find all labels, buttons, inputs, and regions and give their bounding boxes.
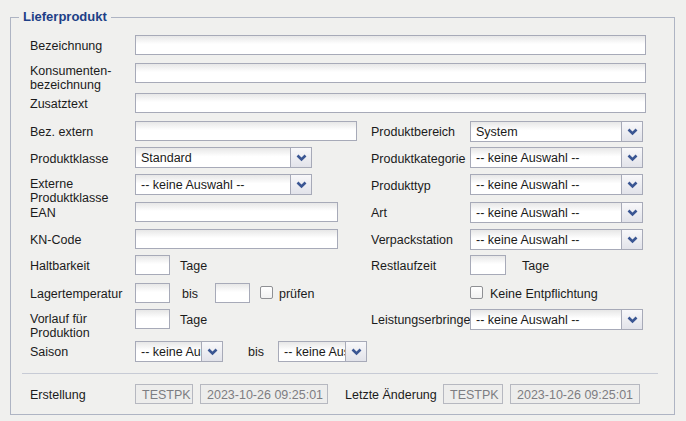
aenderung-user-field: TESTPK	[443, 384, 503, 404]
produktkategorie-dropdown-button[interactable]	[621, 148, 642, 167]
vorlauf-label: Vorlauf für Produktion	[30, 312, 90, 340]
label-line: Externe	[30, 177, 109, 191]
verpackstation-value: -- keine Auswahl --	[471, 230, 621, 249]
keine-entpflichtung-checkbox[interactable]	[470, 286, 483, 299]
produkttyp-dropdown-button[interactable]	[621, 175, 642, 194]
saison-von-value: -- keine Auswahl --	[136, 342, 201, 361]
verpackstation-label: Verpackstation	[371, 233, 453, 247]
chevron-down-icon	[627, 316, 638, 324]
label-line: bezeichnung	[30, 78, 111, 92]
label-line: Produktklasse	[30, 191, 109, 205]
erstellung-user-field: TESTPK	[135, 384, 193, 404]
lagertemperatur-von-input[interactable]	[135, 283, 170, 303]
ean-label: EAN	[30, 206, 56, 220]
chevron-down-icon	[627, 154, 638, 162]
erstellung-label: Erstellung	[30, 388, 86, 402]
produktklasse-dropdown-button[interactable]	[290, 148, 311, 167]
fieldset-legend: Lieferprodukt	[19, 10, 111, 24]
pruefen-label: prüfen	[279, 287, 314, 301]
saison-bis-select[interactable]: -- keine Auswahl --	[278, 341, 367, 362]
saison-von-dropdown-button[interactable]	[201, 342, 222, 361]
externe-produktklasse-label: Externe Produktklasse	[30, 177, 109, 205]
produktbereich-label: Produktbereich	[371, 125, 455, 139]
lagertemperatur-bis-label: bis	[182, 287, 198, 301]
zusatztext-label: Zusatztext	[30, 97, 88, 111]
art-dropdown-button[interactable]	[621, 203, 642, 222]
chevron-down-icon	[627, 236, 638, 244]
produktbereich-select[interactable]: System	[470, 121, 643, 142]
erstellung-datetime-field: 2023-10-26 09:25:01	[200, 384, 328, 404]
label-line: Produktion	[30, 326, 90, 340]
leistungserbringer-label: Leistungserbringer	[371, 313, 475, 327]
externe-produktklasse-dropdown-button[interactable]	[290, 175, 311, 194]
produktbereich-value: System	[471, 122, 621, 141]
konsumentenbezeichnung-input[interactable]	[135, 63, 646, 83]
bez-extern-input[interactable]	[135, 121, 357, 141]
chevron-down-icon	[296, 154, 307, 162]
chevron-down-icon	[627, 209, 638, 217]
leistungserbringer-value: -- keine Auswahl --	[471, 310, 621, 329]
lagertemperatur-bis-input[interactable]	[215, 283, 250, 303]
art-label: Art	[371, 206, 387, 220]
saison-bis-value: -- keine Auswahl --	[279, 342, 345, 361]
restlaufzeit-input[interactable]	[470, 255, 506, 275]
chevron-down-icon	[207, 348, 218, 356]
label-line: Vorlauf für	[30, 312, 90, 326]
saison-bis-dropdown-button[interactable]	[345, 342, 366, 361]
chevron-down-icon	[627, 181, 638, 189]
produkttyp-value: -- keine Auswahl --	[471, 175, 621, 194]
saison-von-select[interactable]: -- keine Auswahl --	[135, 341, 223, 362]
haltbarkeit-label: Haltbarkeit	[30, 259, 90, 273]
keine-entpflichtung-label: Keine Entpflichtung	[490, 287, 598, 301]
externe-produktklasse-value: -- keine Auswahl --	[136, 175, 290, 194]
vorlauf-input[interactable]	[135, 309, 170, 329]
verpackstation-select[interactable]: -- keine Auswahl --	[470, 229, 643, 250]
chevron-down-icon	[351, 348, 362, 356]
haltbarkeit-input[interactable]	[135, 255, 170, 275]
produktklasse-select[interactable]: Standard	[135, 147, 312, 168]
zusatztext-input[interactable]	[135, 93, 646, 113]
produktklasse-label: Produktklasse	[30, 152, 109, 166]
kn-code-label: KN-Code	[30, 233, 81, 247]
lagertemperatur-label: Lagertemperatur	[30, 287, 122, 301]
produktbereich-dropdown-button[interactable]	[621, 122, 642, 141]
konsumentenbezeichnung-label: Konsumenten- bezeichnung	[30, 64, 111, 92]
bezeichnung-input[interactable]	[135, 35, 646, 55]
bez-extern-label: Bez. extern	[30, 125, 93, 139]
produktklasse-value: Standard	[136, 148, 290, 167]
externe-produktklasse-select[interactable]: -- keine Auswahl --	[135, 174, 312, 195]
art-select[interactable]: -- keine Auswahl --	[470, 202, 643, 223]
restlaufzeit-label: Restlaufzeit	[371, 259, 436, 273]
chevron-down-icon	[296, 181, 307, 189]
verpackstation-dropdown-button[interactable]	[621, 230, 642, 249]
produktkategorie-value: -- keine Auswahl --	[471, 148, 621, 167]
chevron-down-icon	[627, 128, 638, 136]
saison-bis-label: bis	[248, 345, 264, 359]
label-line: Konsumenten-	[30, 64, 111, 78]
leistungserbringer-dropdown-button[interactable]	[621, 310, 642, 329]
produktkategorie-label: Produktkategorie	[371, 152, 466, 166]
restlaufzeit-tage-label: Tage	[522, 259, 549, 273]
produkttyp-select[interactable]: -- keine Auswahl --	[470, 174, 643, 195]
leistungserbringer-select[interactable]: -- keine Auswahl --	[470, 309, 643, 330]
bezeichnung-label: Bezeichnung	[30, 39, 102, 53]
art-value: -- keine Auswahl --	[471, 203, 621, 222]
ean-input[interactable]	[135, 202, 338, 222]
pruefen-checkbox[interactable]	[260, 286, 273, 299]
letzte-aenderung-label: Letzte Änderung	[345, 388, 437, 402]
audit-separator	[22, 373, 658, 374]
vorlauf-tage-label: Tage	[180, 313, 207, 327]
kn-code-input[interactable]	[135, 229, 338, 249]
aenderung-datetime-field: 2023-10-26 09:25:01	[510, 384, 640, 404]
produkttyp-label: Produkttyp	[371, 179, 431, 193]
produktkategorie-select[interactable]: -- keine Auswahl --	[470, 147, 643, 168]
haltbarkeit-tage-label: Tage	[180, 259, 207, 273]
saison-label: Saison	[30, 345, 68, 359]
